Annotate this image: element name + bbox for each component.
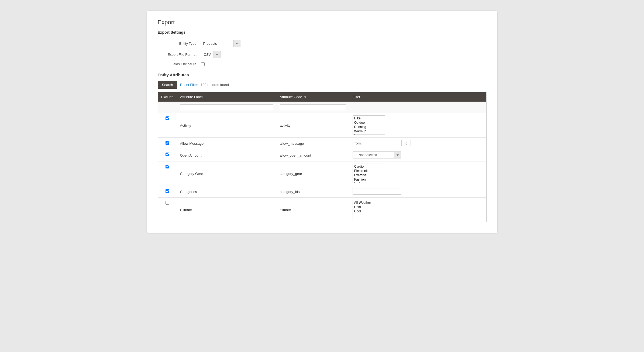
page-title: Export	[158, 19, 487, 26]
attributes-table-container: Exclude Attribute Label Attribute Code ⇅…	[158, 92, 487, 222]
label-cell-categories: Categories	[177, 186, 277, 198]
filter-multiselect-climate[interactable]: All-Weather Cold Cool	[353, 200, 385, 219]
code-cell-category-gear: category_gear	[277, 161, 349, 186]
filter-label-input[interactable]	[180, 104, 273, 110]
attributes-table: Exclude Attribute Label Attribute Code ⇅…	[158, 92, 486, 222]
code-cell-allow-message: allow_message	[277, 138, 349, 149]
csv-dropdown-btn[interactable]	[213, 51, 220, 58]
filter-multiselect-activity[interactable]: Hike Outdoor Running Warmup Yoga	[353, 115, 385, 135]
fields-enclosure-label: Fields Enclosure	[158, 62, 201, 66]
filter-input-categories[interactable]	[353, 188, 401, 195]
filter-cell-open-amount: -- Not Selected --	[349, 149, 486, 161]
exclude-cell-categories	[158, 186, 177, 198]
export-settings-title: Export Settings	[158, 30, 487, 34]
filter-exclude-cell	[158, 102, 177, 113]
filter-cell-climate: All-Weather Cold Cool	[349, 198, 486, 222]
fields-enclosure-control	[201, 62, 205, 66]
exclude-checkbox-climate[interactable]	[166, 201, 169, 205]
exclude-cell-activity	[158, 113, 177, 138]
reset-filter-button[interactable]: Reset Filter	[180, 83, 198, 87]
label-cell-allow-message: Allow Message	[177, 138, 277, 149]
table-filter-input-row	[158, 102, 486, 113]
exclude-cell-category-gear	[158, 161, 177, 186]
csv-select-wrapper: CSV	[201, 51, 221, 58]
filter-label-cell	[177, 102, 277, 113]
filter-code-input[interactable]	[280, 104, 346, 110]
table-row: Climate climate All-Weather Cold Cool	[158, 198, 486, 222]
exclude-cell-climate	[158, 198, 177, 222]
table-row: Allow Message allow_message From: To:	[158, 138, 486, 149]
chevron-down-icon	[216, 54, 218, 55]
fields-enclosure-row: Fields Enclosure	[158, 62, 487, 66]
code-cell-categories: category_ids	[277, 186, 349, 198]
from-label: From:	[353, 141, 362, 145]
filter-code-cell	[277, 102, 349, 113]
entity-type-select[interactable]: Products Customers Orders	[201, 40, 233, 47]
col-code-header: Attribute Code ⇅	[277, 92, 349, 102]
not-selected-dropdown-btn[interactable]	[394, 152, 401, 158]
exclude-checkbox-categories[interactable]	[166, 189, 169, 193]
table-row: Activity activity Hike Outdoor Running W…	[158, 113, 486, 138]
exclude-cell-open-amount	[158, 149, 177, 161]
entity-type-label: Entity Type	[158, 42, 201, 46]
sort-icon[interactable]: ⇅	[304, 96, 306, 99]
to-label: To:	[404, 141, 408, 145]
search-button[interactable]: Search	[158, 81, 177, 89]
table-row: Category Gear category_gear Cardio Elect…	[158, 161, 486, 186]
exclude-checkbox-allow-message[interactable]	[166, 141, 169, 145]
code-cell-activity: activity	[277, 113, 349, 138]
entity-type-row: Entity Type Products Customers Orders	[158, 40, 487, 47]
exclude-cell-allow-message	[158, 138, 177, 149]
table-row: Open Amount allow_open_amount -- Not Sel…	[158, 149, 486, 161]
fields-enclosure-checkbox[interactable]	[201, 62, 205, 66]
from-to-filter: From: To:	[353, 140, 483, 146]
to-input-allow-message[interactable]	[411, 140, 448, 146]
entity-attributes-title: Entity Attributes	[158, 73, 487, 77]
entity-type-select-wrapper: Products Customers Orders	[201, 40, 240, 47]
filter-cell-category-gear: Cardio Electronic Exercise Fashion Hydra…	[349, 161, 486, 186]
filter-bar: Search Reset Filter 102 records found	[158, 81, 487, 89]
col-filter-header: Filter	[349, 92, 486, 102]
export-format-control: CSV	[201, 51, 221, 58]
filter-multiselect-category-gear[interactable]: Cardio Electronic Exercise Fashion Hydra…	[353, 164, 385, 183]
exclude-checkbox-activity[interactable]	[166, 116, 169, 120]
label-cell-category-gear: Category Gear	[177, 161, 277, 186]
col-exclude-header: Exclude	[158, 92, 177, 102]
table-row: Categories category_ids	[158, 186, 486, 198]
label-cell-open-amount: Open Amount	[177, 149, 277, 161]
export-card: Export Export Settings Entity Type Produ…	[147, 11, 497, 233]
export-format-label: Export File Format	[158, 53, 201, 57]
label-cell-activity: Activity	[177, 113, 277, 138]
exclude-checkbox-open-amount[interactable]	[166, 153, 169, 156]
filter-cell-allow-message: From: To:	[349, 138, 486, 149]
csv-label: CSV	[201, 51, 214, 58]
table-header-row: Exclude Attribute Label Attribute Code ⇅…	[158, 92, 486, 102]
from-input-allow-message[interactable]	[364, 140, 402, 146]
filter-cell-activity: Hike Outdoor Running Warmup Yoga	[349, 113, 486, 138]
filter-filter-cell	[349, 102, 486, 113]
chevron-down-icon	[397, 154, 399, 156]
exclude-checkbox-category-gear[interactable]	[166, 165, 169, 168]
not-selected-label: -- Not Selected --	[353, 152, 394, 158]
label-cell-climate: Climate	[177, 198, 277, 222]
code-cell-climate: climate	[277, 198, 349, 222]
export-format-row: Export File Format CSV	[158, 51, 487, 58]
code-cell-open-amount: allow_open_amount	[277, 149, 349, 161]
chevron-down-icon	[236, 43, 238, 44]
records-found-label: 102 records found	[201, 83, 229, 87]
entity-type-dropdown-btn[interactable]	[233, 40, 240, 47]
entity-type-control: Products Customers Orders	[201, 40, 240, 47]
col-label-header: Attribute Label	[177, 92, 277, 102]
export-settings-form: Entity Type Products Customers Orders Ex…	[158, 40, 487, 66]
filter-cell-categories	[349, 186, 486, 198]
not-selected-wrapper: -- Not Selected --	[353, 151, 401, 158]
